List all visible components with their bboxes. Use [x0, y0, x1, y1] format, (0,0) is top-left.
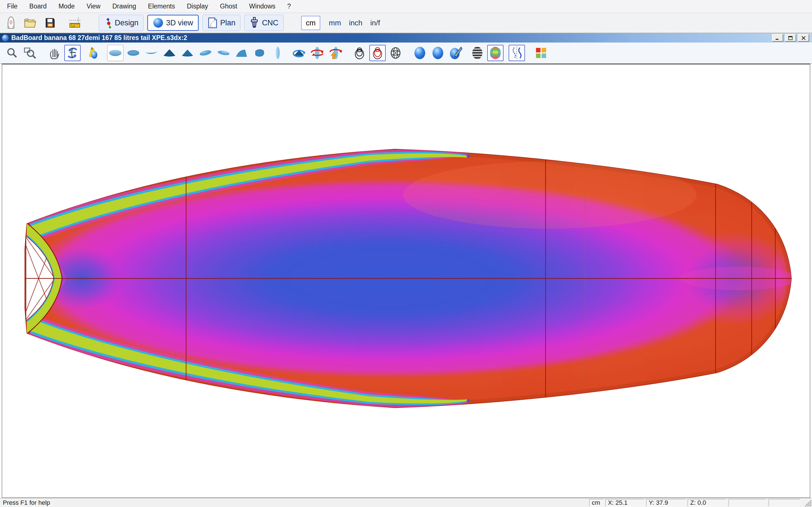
- menu-ghost[interactable]: Ghost: [214, 3, 243, 10]
- view-top-shaded-icon[interactable]: [107, 45, 123, 61]
- open-file-icon[interactable]: [23, 16, 37, 30]
- maximize-button[interactable]: [785, 34, 796, 42]
- pan-hand-icon[interactable]: [46, 45, 63, 61]
- menu-bar: File Board Mode View Drawing Elements Di…: [0, 0, 812, 13]
- plan-document-icon: [207, 17, 218, 29]
- status-bar: Press F1 for help cm X: 25.1 Y: 37.9 Z: …: [0, 498, 812, 507]
- view-back-icon[interactable]: [179, 45, 196, 61]
- design-icon: [104, 17, 112, 29]
- cnc-label: CNC: [262, 18, 278, 27]
- lighting-icon[interactable]: A: [86, 45, 102, 61]
- cnc-mode-button[interactable]: CNC: [244, 15, 284, 31]
- main-toolbar: 1 0 Design 3D view Plan: [0, 13, 812, 33]
- menu-board[interactable]: Board: [23, 3, 52, 10]
- rotate-axis-2-icon[interactable]: [327, 45, 343, 61]
- render-sphere-2-icon[interactable]: [430, 45, 446, 61]
- mitt-icon: [5, 16, 17, 29]
- sphere-3d-icon: [153, 17, 163, 28]
- save-file-icon[interactable]: [43, 16, 57, 30]
- ruler-icon: 1 0: [68, 16, 82, 29]
- view-perspective-2-icon[interactable]: [215, 45, 232, 61]
- render-sphere-1-icon[interactable]: [412, 45, 428, 61]
- close-button[interactable]: [798, 34, 809, 42]
- unit-inch[interactable]: inch: [349, 18, 363, 27]
- wireframe-sphere-icon[interactable]: [388, 45, 404, 61]
- wireframe-circles-red-icon[interactable]: [369, 45, 386, 61]
- view-bottom-shaded-icon[interactable]: [125, 45, 142, 61]
- 3d-view-mode-button[interactable]: 3D view: [147, 15, 199, 31]
- render-paint-icon[interactable]: [448, 45, 464, 61]
- unit-inf[interactable]: in/f: [370, 18, 380, 27]
- render-zebra-icon[interactable]: [469, 45, 486, 61]
- menu-view[interactable]: View: [81, 3, 106, 10]
- plan-label: Plan: [220, 18, 236, 27]
- render-canvas[interactable]: [2, 64, 810, 498]
- board-render: [2, 64, 810, 497]
- design-label: Design: [115, 18, 139, 27]
- view-free-icon[interactable]: [252, 45, 268, 61]
- view-outline-icon[interactable]: [269, 45, 286, 61]
- 3d-view-label: 3D view: [166, 18, 193, 27]
- folder-icon: [24, 17, 37, 29]
- unit-selector: cm mm inch in/f: [301, 16, 384, 30]
- status-fields: cm X: 25.1 Y: 37.9 Z: 0.0: [587, 499, 812, 507]
- wireframe-circles-icon[interactable]: [351, 45, 368, 61]
- menu-mode[interactable]: Mode: [52, 3, 81, 10]
- minimize-button[interactable]: [772, 34, 783, 42]
- new-board-icon[interactable]: [4, 16, 18, 30]
- resize-grip[interactable]: [802, 499, 812, 507]
- status-x-coordinate: X: 25.1: [605, 499, 644, 506]
- unit-cm[interactable]: cm: [301, 16, 320, 30]
- view-toolbar: A: [0, 43, 812, 64]
- status-empty-2: [769, 499, 800, 506]
- cnc-tool-icon: [249, 17, 259, 29]
- view-side-icon[interactable]: [143, 45, 160, 61]
- zoom-window-icon[interactable]: [22, 45, 38, 61]
- rotate-axis-1-icon[interactable]: [309, 45, 325, 61]
- flow-lines-icon[interactable]: [509, 45, 525, 61]
- menu-display[interactable]: Display: [181, 3, 214, 10]
- menu-elements[interactable]: Elements: [142, 3, 181, 10]
- status-y-coordinate: Y: 37.9: [646, 499, 686, 506]
- turntable-rotate-icon[interactable]: [291, 45, 307, 61]
- measure-icon[interactable]: 1 0: [68, 16, 82, 30]
- zoom-icon[interactable]: [4, 45, 20, 61]
- unit-mm[interactable]: mm: [329, 18, 341, 27]
- menu-drawing[interactable]: Drawing: [106, 3, 142, 10]
- document-icon: [2, 35, 9, 41]
- status-z-coordinate: Z: 0.0: [688, 499, 726, 506]
- view-three-quarter-icon[interactable]: [234, 45, 250, 61]
- status-unit: cm: [589, 499, 603, 506]
- view-perspective-1-icon[interactable]: [197, 45, 214, 61]
- plan-mode-button[interactable]: Plan: [202, 15, 241, 31]
- svg-text:1 0: 1 0: [71, 25, 75, 27]
- status-empty-1: [728, 499, 767, 506]
- save-icon: [44, 17, 56, 29]
- menu-file[interactable]: File: [1, 3, 23, 10]
- svg-text:A: A: [91, 47, 93, 50]
- color-palette-icon[interactable]: [533, 45, 549, 61]
- status-help-text: Press F1 for help: [3, 499, 50, 506]
- document-titlebar[interactable]: BadBoard banana 68 27demi 167 85 litres …: [0, 33, 812, 43]
- window-controls: [772, 34, 809, 42]
- view-front-icon[interactable]: [161, 45, 177, 61]
- render-curvature-rainbow-icon[interactable]: [487, 45, 504, 61]
- menu-windows[interactable]: Windows: [243, 3, 281, 10]
- rotate-3d-icon[interactable]: [64, 45, 81, 61]
- design-mode-button[interactable]: Design: [99, 15, 144, 31]
- menu-help[interactable]: ?: [282, 3, 297, 10]
- document-title: BadBoard banana 68 27demi 167 85 litres …: [11, 34, 187, 42]
